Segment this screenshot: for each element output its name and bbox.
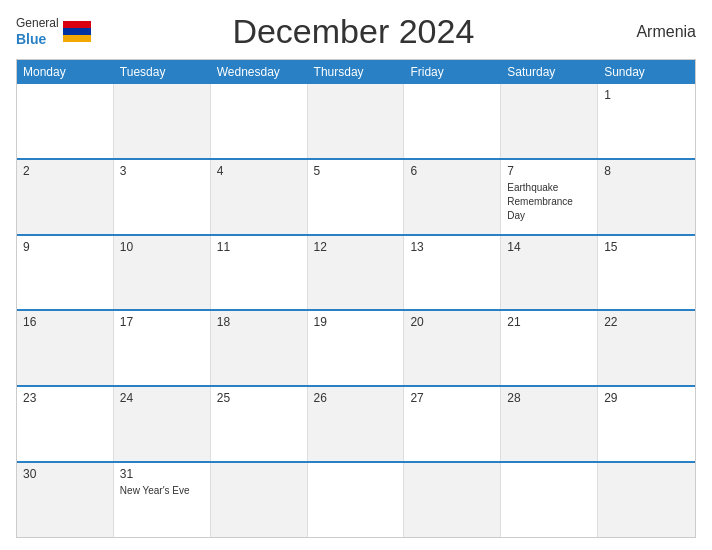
day-cell xyxy=(598,463,695,537)
day-number: 9 xyxy=(23,240,107,254)
day-number: 14 xyxy=(507,240,591,254)
day-cell: 30 xyxy=(17,463,114,537)
header-monday: Monday xyxy=(17,60,114,84)
week-row-5: 23242526272829 xyxy=(17,385,695,461)
day-cell: 10 xyxy=(114,236,211,310)
week-row-3: 9101112131415 xyxy=(17,234,695,310)
weeks-container: 1234567Earthquake Remembrance Day8910111… xyxy=(17,84,695,537)
header-tuesday: Tuesday xyxy=(114,60,211,84)
day-cell xyxy=(308,84,405,158)
day-number: 31 xyxy=(120,467,204,481)
day-number: 28 xyxy=(507,391,591,405)
day-number: 22 xyxy=(604,315,689,329)
day-cell xyxy=(211,84,308,158)
day-cell: 12 xyxy=(308,236,405,310)
day-number: 29 xyxy=(604,391,689,405)
day-number: 16 xyxy=(23,315,107,329)
day-number: 24 xyxy=(120,391,204,405)
day-cell: 27 xyxy=(404,387,501,461)
day-cell: 13 xyxy=(404,236,501,310)
day-number: 10 xyxy=(120,240,204,254)
day-number: 13 xyxy=(410,240,494,254)
day-number: 11 xyxy=(217,240,301,254)
header-saturday: Saturday xyxy=(501,60,598,84)
logo-general: General xyxy=(16,16,59,30)
day-cell: 4 xyxy=(211,160,308,234)
day-number: 15 xyxy=(604,240,689,254)
day-cell: 3 xyxy=(114,160,211,234)
header-wednesday: Wednesday xyxy=(211,60,308,84)
header-thursday: Thursday xyxy=(308,60,405,84)
day-cell: 8 xyxy=(598,160,695,234)
day-cell: 20 xyxy=(404,311,501,385)
day-cell: 11 xyxy=(211,236,308,310)
day-number: 19 xyxy=(314,315,398,329)
day-cell: 25 xyxy=(211,387,308,461)
header-friday: Friday xyxy=(404,60,501,84)
day-headers: Monday Tuesday Wednesday Thursday Friday… xyxy=(17,60,695,84)
calendar: Monday Tuesday Wednesday Thursday Friday… xyxy=(16,59,696,538)
day-cell: 21 xyxy=(501,311,598,385)
header: General Blue December 2024 Armenia xyxy=(16,12,696,51)
day-number: 17 xyxy=(120,315,204,329)
day-cell: 22 xyxy=(598,311,695,385)
day-cell: 23 xyxy=(17,387,114,461)
day-cell xyxy=(404,84,501,158)
day-number: 2 xyxy=(23,164,107,178)
day-number: 21 xyxy=(507,315,591,329)
flag-stripe-blue xyxy=(63,28,91,35)
day-number: 8 xyxy=(604,164,689,178)
logo-blue: Blue xyxy=(16,31,46,47)
day-cell xyxy=(501,84,598,158)
day-cell: 6 xyxy=(404,160,501,234)
event-text: Earthquake Remembrance Day xyxy=(507,182,573,221)
day-cell xyxy=(404,463,501,537)
day-cell xyxy=(211,463,308,537)
day-number: 20 xyxy=(410,315,494,329)
day-number: 30 xyxy=(23,467,107,481)
day-number: 23 xyxy=(23,391,107,405)
day-number: 27 xyxy=(410,391,494,405)
day-cell: 16 xyxy=(17,311,114,385)
logo: General Blue xyxy=(16,15,91,47)
day-number: 25 xyxy=(217,391,301,405)
flag-stripe-red xyxy=(63,21,91,28)
day-cell xyxy=(501,463,598,537)
day-number: 3 xyxy=(120,164,204,178)
day-cell xyxy=(308,463,405,537)
logo-text: General Blue xyxy=(16,15,59,47)
page: General Blue December 2024 Armenia Monda… xyxy=(0,0,712,550)
week-row-1: 1 xyxy=(17,84,695,158)
day-number: 4 xyxy=(217,164,301,178)
day-cell: 31New Year's Eve xyxy=(114,463,211,537)
day-cell: 14 xyxy=(501,236,598,310)
day-number: 7 xyxy=(507,164,591,178)
day-number: 5 xyxy=(314,164,398,178)
week-row-6: 3031New Year's Eve xyxy=(17,461,695,537)
day-cell: 24 xyxy=(114,387,211,461)
day-number: 6 xyxy=(410,164,494,178)
day-cell: 9 xyxy=(17,236,114,310)
day-cell: 15 xyxy=(598,236,695,310)
logo-flag xyxy=(63,21,91,41)
week-row-2: 234567Earthquake Remembrance Day8 xyxy=(17,158,695,234)
day-cell: 18 xyxy=(211,311,308,385)
week-row-4: 16171819202122 xyxy=(17,309,695,385)
day-cell: 2 xyxy=(17,160,114,234)
day-number: 26 xyxy=(314,391,398,405)
day-cell: 5 xyxy=(308,160,405,234)
event-text: New Year's Eve xyxy=(120,485,190,496)
header-sunday: Sunday xyxy=(598,60,695,84)
month-title: December 2024 xyxy=(91,12,616,51)
day-cell xyxy=(17,84,114,158)
flag-stripe-orange xyxy=(63,35,91,42)
day-cell: 29 xyxy=(598,387,695,461)
day-cell: 19 xyxy=(308,311,405,385)
day-number: 1 xyxy=(604,88,689,102)
day-number: 18 xyxy=(217,315,301,329)
country-label: Armenia xyxy=(616,23,696,41)
day-cell: 7Earthquake Remembrance Day xyxy=(501,160,598,234)
day-number: 12 xyxy=(314,240,398,254)
day-cell xyxy=(114,84,211,158)
day-cell: 28 xyxy=(501,387,598,461)
